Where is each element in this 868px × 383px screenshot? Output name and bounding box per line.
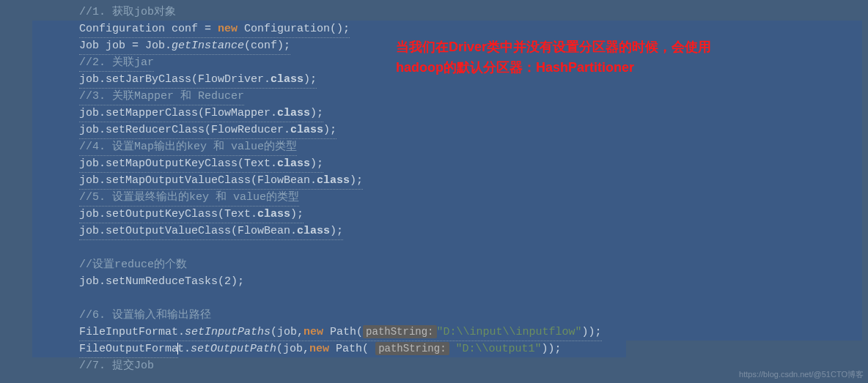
code-text: (job, bbox=[271, 326, 304, 338]
comment-text: //1. 获取job对象 bbox=[79, 6, 176, 18]
string-literal: "D:\\input\\inputflow" bbox=[437, 326, 582, 338]
keyword-class: class bbox=[271, 73, 304, 86]
code-text: FileInputFormat. bbox=[79, 326, 185, 338]
code-text: Path( bbox=[323, 326, 363, 338]
static-method: setInputPaths bbox=[185, 326, 271, 338]
code-text: job.setMapOutputValueClass(FlowBean. bbox=[79, 174, 317, 187]
keyword-new: new bbox=[309, 343, 329, 355]
keyword-class: class bbox=[317, 174, 350, 187]
keyword-class: class bbox=[290, 124, 323, 136]
code-line: //7. 提交Job bbox=[0, 357, 868, 374]
watermark-text: https://blog.csdn.net/@51CTO博客 bbox=[739, 369, 864, 380]
code-line: //2. 关联jar bbox=[0, 54, 868, 71]
comment-text: //设置reduce的个数 bbox=[79, 259, 187, 271]
code-text: job.setReducerClass(FlowReducer. bbox=[79, 124, 290, 136]
code-text: )); bbox=[542, 343, 562, 355]
param-hint: pathString: bbox=[363, 325, 436, 338]
code-line: job.setOutputKeyClass(Text.class); bbox=[0, 206, 868, 223]
code-line: job.setNumReduceTasks(2); bbox=[0, 273, 868, 290]
code-line-blank bbox=[0, 239, 868, 256]
code-line: Job job = Job.getInstance(conf); bbox=[0, 37, 868, 54]
code-line-blank bbox=[0, 290, 868, 307]
code-line: Configuration conf = new Configuration()… bbox=[0, 21, 868, 37]
comment-text: //4. 设置Map输出的key 和 value的类型 bbox=[79, 141, 297, 153]
code-line: //设置reduce的个数 bbox=[0, 256, 868, 273]
code-text: ); bbox=[323, 124, 336, 136]
code-text: job.setJarByClass(FlowDriver. bbox=[79, 73, 271, 86]
comment-text: //6. 设置输入和输出路径 bbox=[79, 309, 211, 321]
static-method: setOutputPath bbox=[191, 343, 276, 355]
code-text: job.setMapperClass(FlowMapper. bbox=[79, 107, 277, 119]
comment-text: //2. 关联jar bbox=[79, 56, 154, 69]
code-text: (job, bbox=[276, 343, 309, 355]
code-line: job.setMapOutputValueClass(FlowBean.clas… bbox=[0, 172, 868, 189]
code-line: job.setReducerClass(FlowReducer.class); bbox=[0, 122, 868, 138]
code-text: ); bbox=[310, 107, 323, 119]
code-text: job.setOutputValueClass(FlowBean. bbox=[79, 225, 297, 237]
code-line: //3. 关联Mapper 和 Reducer bbox=[0, 88, 868, 105]
code-text: ); bbox=[310, 157, 323, 170]
code-line: job.setOutputValueClass(FlowBean.class); bbox=[0, 223, 868, 239]
code-editor[interactable]: //1. 获取job对象 Configuration conf = new Co… bbox=[0, 0, 868, 374]
param-hint: pathString: bbox=[375, 342, 449, 355]
code-line: //4. 设置Map输出的key 和 value的类型 bbox=[0, 138, 868, 155]
keyword-class: class bbox=[257, 208, 290, 220]
code-line: //5. 设置最终输出的key 和 value的类型 bbox=[0, 189, 868, 206]
keyword-new: new bbox=[218, 23, 238, 35]
code-line: job.setJarByClass(FlowDriver.class); bbox=[0, 71, 868, 88]
comment-text: //3. 关联Mapper 和 Reducer bbox=[79, 90, 244, 103]
code-text: job.setMapOutputKeyClass(Text. bbox=[79, 157, 277, 170]
code-text: Path( bbox=[329, 343, 375, 355]
code-line: //1. 获取job对象 bbox=[0, 4, 868, 21]
code-text: )); bbox=[582, 326, 602, 338]
keyword-class: class bbox=[277, 107, 310, 119]
string-literal: "D:\\output1" bbox=[449, 343, 542, 355]
code-text: ); bbox=[350, 174, 363, 187]
keyword-new: new bbox=[304, 326, 323, 338]
code-line: //6. 设置输入和输出路径 bbox=[0, 307, 868, 324]
code-line: job.setMapOutputKeyClass(Text.class); bbox=[0, 155, 868, 172]
code-text: ); bbox=[290, 208, 304, 220]
comment-text: //5. 设置最终输出的key 和 value的类型 bbox=[79, 191, 299, 204]
code-text: job.setNumReduceTasks(2); bbox=[79, 275, 244, 288]
code-line: FileInputFormat.setInputPaths(job,new Pa… bbox=[0, 324, 868, 341]
code-text: (conf); bbox=[244, 40, 290, 52]
code-text: ); bbox=[304, 73, 317, 86]
code-text: FileOutputForma bbox=[79, 343, 178, 355]
static-method: getInstance bbox=[172, 40, 244, 52]
code-text: job.setOutputKeyClass(Text. bbox=[79, 208, 257, 220]
code-line: FileOutputFormat.setOutputPath(job,new P… bbox=[0, 341, 868, 357]
code-text: t. bbox=[177, 343, 191, 355]
comment-text: //7. 提交Job bbox=[79, 360, 154, 372]
code-text: ); bbox=[330, 225, 343, 237]
keyword-class: class bbox=[297, 225, 330, 237]
code-text: Configuration conf = bbox=[79, 23, 218, 35]
code-line: job.setMapperClass(FlowMapper.class); bbox=[0, 105, 868, 122]
code-text: Configuration(); bbox=[238, 23, 350, 35]
keyword-class: class bbox=[277, 157, 310, 170]
code-text: Job job = Job. bbox=[79, 40, 172, 52]
